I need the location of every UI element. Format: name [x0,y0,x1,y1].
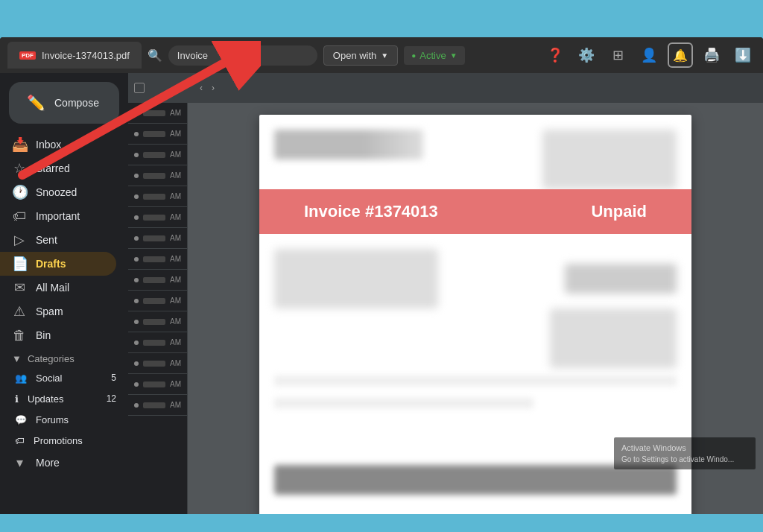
updates-badge: 12 [107,393,116,404]
email-row[interactable]: AM [128,332,187,353]
pdf-nav-forward[interactable]: › [212,83,215,93]
all-mail-icon: ✉ [12,279,27,296]
sidebar-item-important[interactable]: 🏷 Important [0,204,116,228]
sidebar-item-sent[interactable]: ▷ Sent [0,228,116,252]
pdf-blurred-right-box [542,130,677,189]
email-row[interactable]: AM [128,103,187,124]
drafts-label: Drafts [36,258,66,270]
important-label: Important [36,210,80,222]
url-search-input[interactable] [168,45,317,66]
sidebar-item-promotions[interactable]: 🏷 Promotions [0,430,128,451]
settings-icon[interactable]: ⚙️ [574,42,599,68]
pdf-content-area: Invoice #1374013 Unpaid Activate Windows… [188,103,763,514]
main-content: ✏️ Compose 📥 Inbox ☆ Starred 🕐 Snoozed 🏷… [0,73,763,514]
clock-icon: 🕐 [12,184,27,200]
inbox-icon: 📥 [12,136,27,153]
account-icon[interactable]: 👤 [636,42,662,68]
pdf-body-section-3 [550,308,677,368]
open-with-button[interactable]: Open with [323,45,398,66]
star-icon: ☆ [12,160,27,177]
sidebar-item-social[interactable]: 👥 Social 5 [0,367,128,388]
updates-label: Updates [28,393,63,405]
pdf-bottom-bar [274,465,677,495]
activate-windows-notice: Activate Windows Go to Settings to activ… [614,437,756,470]
pdf-icon: PDF [19,51,36,60]
sidebar-item-updates[interactable]: ℹ Updates 12 [0,388,128,409]
email-row[interactable]: AM [128,249,187,270]
sidebar-item-snoozed[interactable]: 🕐 Snoozed [0,180,116,204]
email-row[interactable]: AM [128,311,187,332]
email-row[interactable]: AM [128,228,187,249]
sidebar-item-drafts[interactable]: 📄 Drafts [0,252,116,276]
pdf-line-1 [274,376,677,386]
email-row[interactable]: AM [128,124,187,145]
browser-tab[interactable]: PDF Invoice-1374013.pdf [7,42,142,69]
social-badge: 5 [111,373,116,383]
sidebar-item-more[interactable]: ▾ More [0,451,116,475]
compose-icon: ✏️ [27,94,45,112]
activate-line2: Go to Settings to activate Windo... [621,454,748,465]
email-row[interactable]: AM [128,145,187,165]
all-mail-label: All Mail [36,282,69,294]
sidebar-item-all-mail[interactable]: ✉ All Mail [0,276,116,300]
gmail-sidebar: ✏️ Compose 📥 Inbox ☆ Starred 🕐 Snoozed 🏷… [0,73,128,514]
email-row[interactable]: AM [128,207,187,228]
pdf-body-section-2 [565,264,677,294]
grid-icon[interactable]: ⊞ [605,42,630,68]
expand-icon: ▼ [12,353,22,364]
drafts-icon: 📄 [12,256,27,272]
pdf-line-2 [274,398,534,408]
pdf-blurred-header [274,130,423,159]
help-icon[interactable]: ❓ [542,42,568,68]
tab-title: Invoice-1374013.pdf [42,50,130,61]
promotions-label: Promotions [34,435,83,446]
sidebar-item-spam[interactable]: ⚠ Spam [0,300,116,323]
download-icon[interactable]: ⬇️ [730,42,756,68]
spam-label: Spam [36,305,63,317]
promotions-icon: 🏷 [15,435,25,446]
invoice-status: Unpaid [591,202,647,221]
starred-label: Starred [36,162,70,174]
email-list-panel: AM AM AM AM AM AM AM AM AM AM AM AM AM A… [128,73,188,514]
email-row[interactable]: AM [128,395,187,416]
sidebar-item-bin[interactable]: 🗑 Bin [0,323,116,347]
bin-label: Bin [36,329,51,341]
social-icon: 👥 [15,373,27,384]
browser-toolbar: PDF Invoice-1374013.pdf 🔍 Open with Acti… [0,37,763,73]
pdf-body-section-1 [274,249,438,308]
search-icon: 🔍 [148,48,162,63]
compose-label: Compose [54,97,99,109]
invoice-number: Invoice #1374013 [304,202,438,221]
sent-label: Sent [36,234,57,246]
email-row[interactable]: AM [128,291,187,311]
sidebar-item-forums[interactable]: 💬 Forums [0,409,128,430]
forums-label: Forums [36,414,69,425]
pdf-nav-back[interactable]: ‹ [200,83,203,93]
invoice-banner: Invoice #1374013 Unpaid [259,189,691,234]
more-label: More [36,457,60,469]
snoozed-label: Snoozed [36,186,77,198]
sidebar-item-inbox[interactable]: 📥 Inbox [0,133,116,156]
sidebar-item-starred[interactable]: ☆ Starred [0,156,116,180]
categories-section[interactable]: ▼ Categories [0,347,128,367]
updates-icon: ℹ [15,393,19,405]
label-icon: 🏷 [12,209,27,224]
send-icon: ▷ [12,232,27,248]
email-row[interactable]: AM [128,353,187,374]
forums-icon: 💬 [15,414,27,425]
browser-window: PDF Invoice-1374013.pdf 🔍 Open with Acti… [0,37,763,514]
categories-label: Categories [28,353,75,364]
email-row[interactable]: AM [128,186,187,207]
compose-button[interactable]: ✏️ Compose [9,82,119,124]
email-row[interactable]: AM [128,165,187,186]
bin-icon: 🗑 [12,328,27,343]
email-row[interactable]: AM [128,374,187,395]
print-icon[interactable]: 🖨️ [699,42,724,68]
activate-line1: Activate Windows [621,442,748,455]
more-icon: ▾ [12,455,27,471]
active-status-button[interactable]: Active [404,46,464,65]
email-row[interactable]: AM [128,270,187,291]
pdf-viewer: ‹ › Invoice #1374013 Unpaid [188,73,763,514]
inbox-label: Inbox [36,139,61,151]
bell-add-icon[interactable]: 🔔 [668,42,693,68]
